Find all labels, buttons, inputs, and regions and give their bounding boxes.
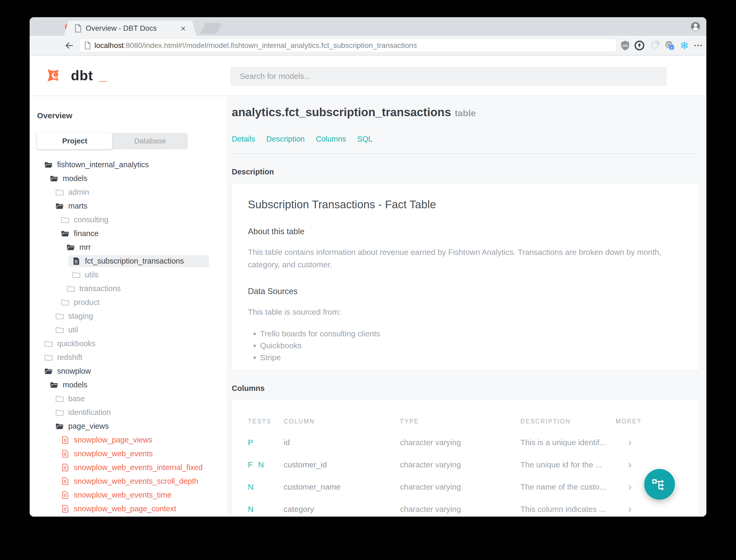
divider [232, 153, 700, 154]
columns-section-heading: Columns [232, 384, 700, 393]
svg-text:UO: UO [622, 44, 628, 48]
description-cell: The name of the custo... [520, 476, 616, 498]
description-card: Subscription Transactions - Fact Table A… [232, 183, 700, 371]
tree-item-fct_subscription_transactions[interactable]: fct_subscription_transactions [37, 254, 227, 268]
ublock-extension-icon[interactable]: UO [619, 40, 631, 51]
back-button[interactable] [64, 40, 75, 51]
tree-item-icon [61, 436, 69, 444]
description-cell: The unique id for the ... [520, 454, 616, 476]
tree-item-finance[interactable]: finance [37, 227, 227, 240]
tree-item-snowplow_web_events_scroll_depth[interactable]: snowplow_web_events_scroll_depth [37, 474, 227, 488]
tree-item-quickbooks[interactable]: quickbooks [37, 337, 227, 350]
tree-item-icon [61, 505, 69, 513]
tree-item-snowplow_web_page_context[interactable]: snowplow_web_page_context [37, 502, 227, 516]
tree-item-page_views[interactable]: page_views [37, 419, 227, 433]
anchor-link[interactable]: Description [267, 135, 305, 143]
dbt-logo-cursor: _ [100, 67, 107, 83]
tree-item-icon [61, 450, 69, 458]
column-name-cell: category [284, 498, 400, 517]
sidebar: Overview Project Database fishtown_inter… [30, 96, 227, 517]
page-icon [75, 24, 82, 33]
column-name-cell: id [284, 431, 400, 454]
tree-item-icon [61, 216, 69, 224]
tree-item-util[interactable]: util [37, 323, 227, 337]
tree-item-staging[interactable]: staging [37, 309, 227, 323]
app-header: dbt_ [30, 56, 706, 96]
source-item: Stripe [260, 351, 684, 363]
tree-item-redshift[interactable]: redshift [37, 350, 227, 364]
tree-item-models[interactable]: models [37, 171, 227, 185]
lineage-graph-button[interactable] [644, 469, 675, 500]
tree-item-models[interactable]: models [37, 378, 227, 392]
columns-card: TESTSCOLUMNTYPEDESCRIPTIONMORE? P id cha… [232, 400, 700, 517]
tree-item-icon [61, 464, 69, 471]
anchor-link[interactable]: Columns [316, 135, 346, 143]
anchor-link[interactable]: SQL [357, 135, 372, 143]
source-item: Trello boards for consulting clients [260, 328, 684, 340]
sidebar-title: Overview [37, 111, 227, 120]
browser-menu-icon[interactable]: ⋮ [692, 40, 704, 51]
tests-cell: F N [248, 454, 284, 476]
column-header: TESTS [248, 410, 284, 431]
onepassword-extension-icon[interactable] [634, 40, 645, 51]
url-host: localhost [94, 41, 124, 49]
toggle-option[interactable]: Project [37, 133, 112, 149]
type-cell: character varying [400, 476, 520, 498]
columns-table-header: TESTSCOLUMNTYPEDESCRIPTIONMORE? [248, 410, 684, 431]
toggle-option[interactable]: Database [112, 133, 188, 149]
browser-titlebar: Overview - DBT Docs × [30, 17, 706, 36]
tree-item-snowplow_page_views[interactable]: snowplow_page_views [37, 433, 227, 447]
tests-cell: P [248, 431, 284, 454]
column-header: DESCRIPTION [520, 410, 616, 431]
tree-item-icon [67, 243, 75, 251]
url-bar[interactable]: localhost:8080/index.html#!/model/model.… [79, 39, 616, 52]
tree-item-snowplow[interactable]: snowplow [37, 364, 227, 378]
tree-item-icon [72, 257, 80, 265]
table-row-customer_id[interactable]: F N customer_id character varying The un… [248, 454, 684, 476]
table-row-category[interactable]: N category character varying This column… [248, 498, 684, 517]
tree-item-snowplow_web_events[interactable]: snowplow_web_events [37, 447, 227, 460]
tree-item-icon [44, 354, 53, 361]
tree-item-utils[interactable]: utils [37, 268, 227, 282]
about-text: This table contains information about re… [248, 246, 684, 271]
anchor-link[interactable]: Details [232, 135, 255, 143]
tab-close-icon[interactable]: × [181, 24, 186, 33]
new-tab-button[interactable] [200, 23, 222, 34]
column-name-cell: customer_name [284, 476, 400, 498]
browser-window: Overview - DBT Docs × localhost:8080/ind… [30, 17, 706, 517]
tree-item-icon [56, 202, 64, 210]
browser-toolbar: localhost:8080/index.html#!/model/model.… [30, 36, 706, 56]
tree-item-snowplow_web_events_internal_fixed[interactable]: snowplow_web_events_internal_fixed [37, 460, 227, 474]
table-row-id[interactable]: P id character varying This is a unique … [248, 431, 684, 454]
tree-item-icon [44, 367, 53, 375]
expand-row-chevron-icon[interactable]: › [616, 498, 684, 517]
tree-item-identification[interactable]: identification [37, 405, 227, 419]
search-input[interactable] [230, 67, 667, 86]
tree-item-product[interactable]: product [37, 295, 227, 309]
tree-item-transactions[interactable]: transactions [37, 282, 227, 295]
table-row-customer_name[interactable]: N customer_name character varying The na… [248, 476, 684, 498]
snowflake-extension-icon[interactable]: ❄ [679, 40, 690, 51]
browser-tab[interactable]: Overview - DBT Docs × [64, 21, 196, 36]
tree-item-icon [50, 381, 58, 389]
sources-intro: This table is sourced from: [248, 306, 684, 318]
tree-item-consulting[interactable]: consulting [37, 213, 227, 227]
swirl-extension-icon[interactable] [649, 40, 661, 51]
expand-row-chevron-icon[interactable]: › [616, 431, 684, 454]
svg-text:x: x [671, 46, 672, 49]
tree-item-fishtown_internal_analytics[interactable]: fishtown_internal_analytics [37, 158, 227, 171]
tree-item-icon [56, 312, 64, 320]
tree-item-snowplow_web_events_time[interactable]: snowplow_web_events_time [37, 488, 227, 502]
dbt-logo[interactable]: dbt_ [44, 65, 107, 86]
main-panel: analytics.fct_subscription_transactionst… [227, 96, 706, 517]
tree-item-base[interactable]: base [37, 392, 227, 405]
tree-item-marts[interactable]: marts [37, 199, 227, 213]
materialization-badge: table [455, 108, 476, 118]
profile-avatar-icon[interactable] [690, 21, 701, 31]
tree-item-mrr[interactable]: mrr [37, 240, 227, 254]
sources-heading: Data Sources [248, 287, 684, 296]
power-extension-icon[interactable]: x [663, 40, 675, 51]
tree-item-admin[interactable]: admin [37, 185, 227, 199]
column-header: MORE? [616, 410, 684, 431]
page-icon [84, 42, 91, 49]
